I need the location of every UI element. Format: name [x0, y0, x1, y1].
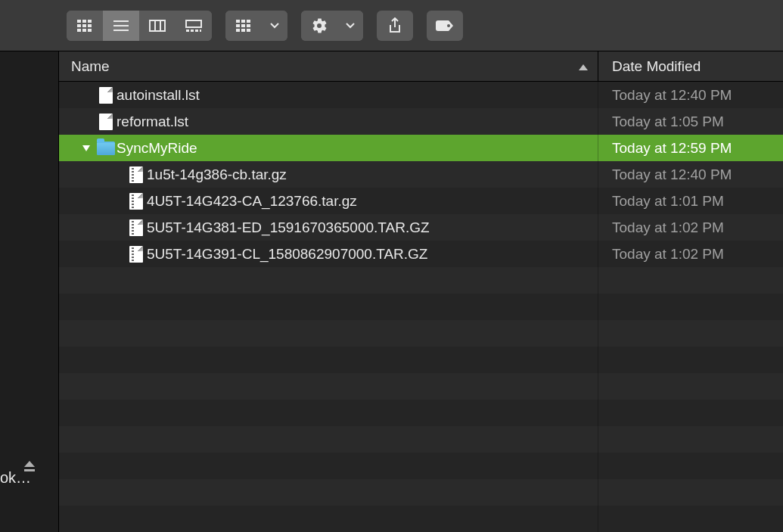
empty-row — [59, 373, 783, 400]
svg-rect-18 — [195, 30, 198, 32]
group-by-group — [225, 11, 287, 41]
svg-rect-1 — [82, 20, 86, 23]
svg-rect-28 — [247, 29, 250, 32]
tags-button[interactable] — [427, 11, 463, 41]
archive-file-icon — [126, 219, 147, 236]
column-name-label: Name — [71, 58, 110, 75]
svg-rect-23 — [236, 24, 240, 27]
file-name-label: 5U5T-14G381-ED_1591670365000.TAR.GZ — [147, 219, 430, 236]
folder-row[interactable]: SyncMyRideToday at 12:59 PM — [59, 135, 783, 161]
file-name-label: 4U5T-14G423-CA_123766.tar.gz — [147, 193, 357, 210]
empty-row — [59, 320, 783, 347]
archive-file-icon — [126, 166, 147, 183]
column-header-name[interactable]: Name — [59, 51, 598, 81]
svg-rect-5 — [88, 24, 92, 27]
row-name-cell: 1u5t-14g386-cb.tar.gz — [59, 161, 598, 188]
svg-rect-27 — [241, 29, 245, 32]
column-header-date[interactable]: Date Modified — [598, 51, 783, 81]
svg-rect-22 — [247, 20, 250, 23]
svg-rect-11 — [113, 30, 129, 31]
content-area: ok… Name Date Modified autoinstall.lstTo… — [0, 51, 783, 532]
svg-rect-17 — [191, 30, 194, 32]
view-mode-group — [67, 11, 212, 41]
file-row[interactable]: 1u5t-14g386-cb.tar.gzToday at 12:40 PM — [59, 161, 783, 188]
svg-rect-21 — [241, 20, 245, 23]
column-view-button[interactable] — [139, 11, 176, 41]
sort-ascending-icon — [578, 58, 589, 75]
row-date-cell: Today at 1:02 PM — [598, 241, 783, 267]
row-name-cell: 5U5T-14G391-CL_1580862907000.TAR.GZ — [59, 241, 598, 267]
share-button[interactable] — [377, 11, 413, 41]
file-rows: autoinstall.lstToday at 12:40 PMreformat… — [59, 82, 783, 532]
archive-file-icon — [126, 246, 147, 263]
svg-rect-19 — [200, 30, 201, 32]
gallery-view-button[interactable] — [176, 11, 212, 41]
empty-row — [59, 267, 783, 294]
column-date-label: Date Modified — [612, 58, 701, 75]
svg-rect-20 — [236, 20, 240, 23]
row-date-cell: Today at 1:02 PM — [598, 214, 783, 241]
svg-rect-2 — [88, 20, 92, 23]
empty-row — [59, 426, 783, 453]
svg-rect-12 — [150, 20, 165, 31]
empty-row — [59, 347, 783, 373]
archive-file-icon — [126, 193, 147, 210]
svg-rect-0 — [77, 20, 81, 23]
file-name-label: 1u5t-14g386-cb.tar.gz — [147, 166, 287, 183]
sidebar: ok… — [0, 51, 59, 532]
svg-rect-4 — [82, 24, 86, 27]
svg-rect-26 — [236, 29, 240, 32]
file-row[interactable]: 5U5T-14G391-CL_1580862907000.TAR.GZToday… — [59, 241, 783, 267]
action-gear-button[interactable] — [301, 11, 337, 41]
svg-point-29 — [447, 24, 450, 27]
empty-row — [59, 453, 783, 479]
folder-icon — [95, 142, 117, 155]
column-headers: Name Date Modified — [59, 51, 783, 82]
file-row[interactable]: reformat.lstToday at 1:05 PM — [59, 108, 783, 135]
row-name-cell: autoinstall.lst — [59, 82, 598, 108]
empty-row — [59, 479, 783, 506]
empty-row — [59, 294, 783, 320]
share-group — [377, 11, 413, 41]
group-by-dropdown[interactable] — [262, 11, 287, 41]
file-name-label: reformat.lst — [117, 114, 188, 130]
empty-row — [59, 506, 783, 532]
svg-rect-9 — [113, 20, 129, 22]
row-name-cell: SyncMyRide — [59, 135, 598, 161]
toolbar — [0, 0, 783, 51]
action-group — [301, 11, 363, 41]
action-dropdown[interactable] — [337, 11, 363, 41]
tags-group — [427, 11, 463, 41]
file-row[interactable]: 5U5T-14G381-ED_1591670365000.TAR.GZToday… — [59, 214, 783, 241]
row-date-cell: Today at 1:05 PM — [598, 108, 783, 135]
row-date-cell: Today at 12:40 PM — [598, 161, 783, 188]
row-date-cell: Today at 12:59 PM — [598, 135, 783, 161]
svg-rect-7 — [82, 29, 86, 32]
disclosure-triangle-icon[interactable] — [77, 145, 95, 152]
row-name-cell: reformat.lst — [59, 108, 598, 135]
svg-rect-10 — [113, 25, 129, 26]
file-name-label: SyncMyRide — [117, 140, 197, 157]
list-view-button[interactable] — [103, 11, 139, 41]
svg-rect-24 — [241, 24, 245, 27]
row-name-cell: 4U5T-14G423-CA_123766.tar.gz — [59, 188, 598, 214]
svg-rect-6 — [77, 29, 81, 32]
file-icon — [95, 87, 117, 104]
svg-rect-8 — [88, 29, 92, 32]
file-list-panel: Name Date Modified autoinstall.lstToday … — [59, 51, 783, 532]
group-by-button[interactable] — [225, 11, 262, 41]
svg-rect-16 — [186, 30, 189, 32]
icon-view-button[interactable] — [67, 11, 103, 41]
empty-row — [59, 400, 783, 426]
file-name-label: 5U5T-14G391-CL_1580862907000.TAR.GZ — [147, 246, 427, 263]
row-date-cell: Today at 1:01 PM — [598, 188, 783, 214]
svg-rect-15 — [186, 20, 201, 27]
file-row[interactable]: 4U5T-14G423-CA_123766.tar.gzToday at 1:0… — [59, 188, 783, 214]
row-name-cell: 5U5T-14G381-ED_1591670365000.TAR.GZ — [59, 214, 598, 241]
file-name-label: autoinstall.lst — [117, 87, 200, 104]
file-icon — [95, 114, 117, 130]
file-row[interactable]: autoinstall.lstToday at 12:40 PM — [59, 82, 783, 108]
eject-icon[interactable] — [23, 459, 36, 476]
row-date-cell: Today at 12:40 PM — [598, 82, 783, 108]
svg-rect-25 — [247, 24, 250, 27]
